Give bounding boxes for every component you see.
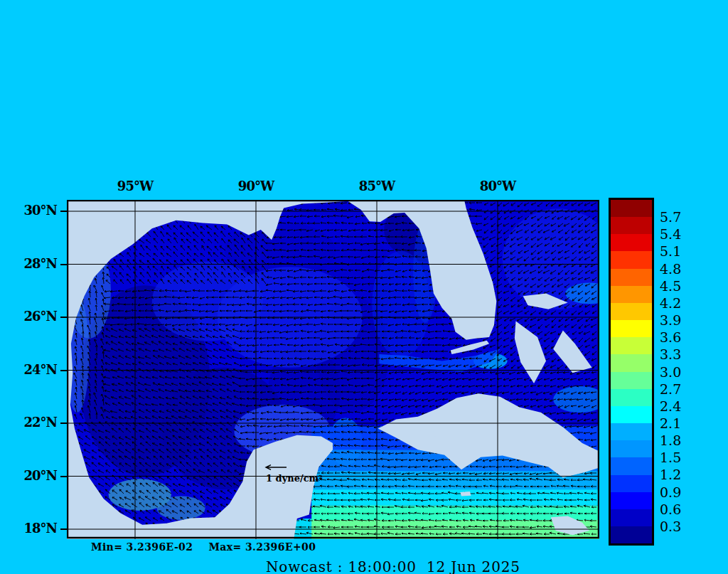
colorbar-tick-label: 3.6 [660,329,681,345]
colorbar-segment [611,286,652,303]
colorbar-tick-label: 1.5 [660,450,681,465]
y-tick-label: 24°N [16,362,57,377]
colorbar-segment [611,457,652,474]
colorbar-tick-label: 2.7 [660,381,681,397]
y-tick-label: 20°N [16,468,57,483]
colorbar-segment [611,251,652,268]
colorbar-tick-label: 1.8 [660,432,681,448]
x-tick-label: 85°W [359,179,395,193]
colorbar-tick-label: 3.0 [660,364,681,380]
colorbar-segment [611,440,652,457]
colorbar-segment [611,303,652,320]
min-stat: Min= 3.2396E-02 [91,541,193,553]
y-tick-mark [60,370,67,371]
colorbar-segment [611,475,652,492]
colorbar-segment [611,269,652,286]
colorbar-tick-label: 3.3 [660,346,681,362]
y-tick-label: 30°N [16,203,57,218]
x-tick-label: 90°W [238,179,274,193]
colorbar [609,198,654,546]
y-tick-label: 22°N [16,415,57,430]
colorbar-segment [611,423,652,440]
y-tick-label: 26°N [16,309,57,324]
colorbar-tick-label: 1.2 [660,467,681,482]
colorbar-segment [611,234,652,251]
colorbar-segment [611,406,652,423]
y-tick-mark [60,317,67,318]
y-tick-mark [60,422,67,424]
colorbar-segment [611,492,652,509]
colorbar-segment [611,217,652,234]
plot-title: Nowcast : 18:00:00 12 Jun 2025 [266,558,520,574]
colorbar-segment [611,509,652,526]
colorbar-segment [611,320,652,337]
map-graphic [67,200,599,539]
colorbar-tick-label: 2.1 [660,415,681,431]
colorbar-segment [611,372,652,389]
y-tick-mark [60,264,67,265]
colorbar-tick-label: 5.4 [660,226,681,242]
colorbar-tick-label: 0.3 [660,519,681,534]
colorbar-segment [611,354,652,371]
figure-canvas: Min= 3.2396E-02Max= 3.2396E+00 Nowcast :… [0,0,728,574]
colorbar-tick-label: 5.7 [660,209,681,225]
vector-key-label: 1 dyne/cm² [266,473,323,484]
x-tick-label: 95°W [117,179,153,193]
map-plot [67,200,599,539]
y-tick-mark [60,476,67,477]
colorbar-tick-label: 4.2 [660,295,681,311]
colorbar-tick-label: 2.4 [660,398,681,414]
colorbar-tick-label: 5.1 [660,243,681,259]
stats-line: Min= 3.2396E-02Max= 3.2396E+00 [91,541,316,553]
colorbar-segment [611,389,652,406]
y-tick-label: 18°N [16,521,57,536]
colorbar-tick-label: 0.6 [660,501,681,517]
x-tick-label: 80°W [480,179,515,193]
colorbar-tick-label: 4.8 [660,261,681,277]
colorbar-tick-label: 4.5 [660,278,681,294]
colorbar-tick-label: 3.9 [660,312,681,328]
colorbar-tick-label: 0.9 [660,484,681,500]
y-tick-mark [60,528,67,530]
max-stat: Max= 3.2396E+00 [208,541,316,553]
colorbar-segment [611,526,652,543]
y-tick-mark [60,211,67,212]
colorbar-segment [611,337,652,354]
y-tick-label: 28°N [16,256,57,271]
colorbar-segment [611,200,652,217]
